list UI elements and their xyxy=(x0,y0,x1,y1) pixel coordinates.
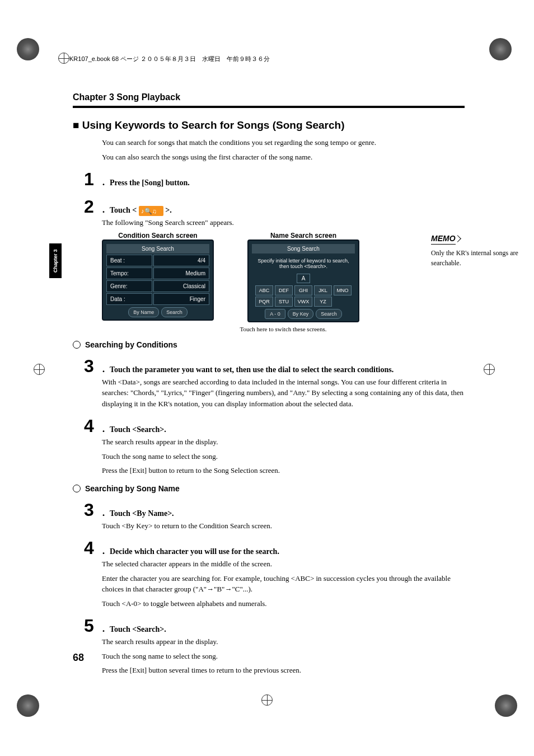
screen-button-bykey: By Key xyxy=(288,309,314,319)
crosshair-bottom-icon xyxy=(261,694,273,706)
step-number: 1 xyxy=(84,169,101,190)
screen-cell-value: Finger xyxy=(153,293,209,305)
body-paragraph: Touch the song name to select the song. xyxy=(102,651,465,662)
step-instruction: Decide which character you will use for … xyxy=(110,544,279,556)
step: 4. Touch <Search>. xyxy=(84,416,465,436)
screen-cell-label: Beat : xyxy=(106,255,152,266)
registration-mark-br xyxy=(495,694,517,717)
key-button: JKL xyxy=(314,285,332,295)
key-button: MNO xyxy=(334,285,352,295)
step: 4. Decide which character you will use f… xyxy=(84,538,465,558)
step-text-pre: Touch < xyxy=(110,206,139,214)
intro-text: You can also search the songs using the … xyxy=(102,152,465,163)
registration-mark-mr xyxy=(484,364,500,381)
step-number: 5 xyxy=(84,616,101,636)
subsection-heading: Searching by Conditions xyxy=(73,340,465,349)
memo-text: Only the KR's internal songs are searcha… xyxy=(431,248,521,268)
screen-button-search: Search xyxy=(316,309,342,319)
step-text-post: >. xyxy=(163,206,172,214)
chapter-tab: Chapter 3 xyxy=(49,243,62,278)
step-number: 3 xyxy=(84,500,101,520)
key-button: PQR xyxy=(255,297,273,307)
screen-label: Condition Search screen xyxy=(118,232,197,240)
condition-search-column: Condition Search screen Song Search Beat… xyxy=(102,232,214,322)
body-paragraph: Enter the character you are searching fo… xyxy=(102,573,465,595)
registration-mark-tl xyxy=(17,38,45,66)
step: 3. Touch the parameter you want to set, … xyxy=(84,356,465,377)
switch-note: Touch here to switch these screens. xyxy=(102,326,465,332)
step-number: 2 xyxy=(84,196,101,217)
screen-instruction: Specify initial letter of keyword to sea… xyxy=(251,255,356,273)
body-paragraph: Touch the song name to select the song. xyxy=(102,451,465,462)
circle-bullet-icon xyxy=(73,485,81,492)
screen-button-a0: A - 0 xyxy=(265,309,285,319)
registration-mark-bl xyxy=(17,694,39,717)
step-number: 4 xyxy=(84,538,101,558)
step-number: 3 xyxy=(84,356,101,377)
step-instruction: Touch < ♪🔍♫ >. xyxy=(110,203,172,216)
step: 1. Press the [Song] button. xyxy=(84,169,465,190)
body-paragraph: With <Data>, songs are searched accordin… xyxy=(102,377,465,410)
screen-current-letter: A xyxy=(297,274,311,283)
screen-cell-value: Medium xyxy=(153,267,209,279)
key-button: VWX xyxy=(294,297,312,307)
subsection-title: Searching by Song Name xyxy=(85,484,180,493)
body-paragraph: Press the [Exit] button to return to the… xyxy=(102,465,465,476)
key-button: GHI xyxy=(294,285,312,295)
crosshair-icon xyxy=(58,53,69,64)
step-instruction: Touch <By Name>. xyxy=(110,506,174,518)
body-paragraph: Press the [Exit] button several times to… xyxy=(102,665,465,676)
key-button: YZ xyxy=(314,297,332,307)
memo-box: MEMO Only the KR's internal songs are se… xyxy=(431,233,521,268)
step: 5. Touch <Search>. xyxy=(84,616,465,636)
body-paragraph: Touch <By Key> to return to the Conditio… xyxy=(102,520,465,532)
body-paragraph: Touch <A-0> to toggle between alphabets … xyxy=(102,598,465,609)
subsection-heading: Searching by Song Name xyxy=(73,484,465,493)
step: 2. Touch < ♪🔍♫ >. xyxy=(84,196,465,217)
registration-mark-tr xyxy=(489,38,517,66)
print-header: KR107_e.book 68 ページ ２００５年８月３日 水曜日 午前９時３６… xyxy=(69,55,270,63)
step-number: 4 xyxy=(84,416,101,436)
intro-text: You can search for songs that match the … xyxy=(102,137,465,148)
page-number: 68 xyxy=(73,652,84,664)
divider xyxy=(73,106,465,108)
circle-bullet-icon xyxy=(73,341,81,349)
screen-cell-label: Data : xyxy=(106,293,152,305)
step-subtext: The following "Song Search screen" appea… xyxy=(102,217,465,228)
step: 3. Touch <By Name>. xyxy=(84,500,465,520)
step-instruction: Touch the parameter you want to set, the… xyxy=(110,360,394,376)
memo-label: MEMO xyxy=(431,234,456,245)
section-heading: ■ Using Keywords to Search for Songs (So… xyxy=(73,119,465,132)
screen-cell-label: Tempo: xyxy=(106,267,152,279)
key-button: STU xyxy=(275,297,293,307)
screen-cell-label: Genre: xyxy=(106,280,152,292)
chapter-title: Chapter 3 Song Playback xyxy=(73,92,465,102)
screen-title: Song Search xyxy=(252,244,355,253)
key-button: DEF xyxy=(275,285,293,295)
name-search-screen: Song Search Specify initial letter of ke… xyxy=(247,240,359,322)
name-search-column: Name Search screen Song Search Specify i… xyxy=(247,232,359,322)
screen-button-search: Search xyxy=(161,307,188,317)
step-instruction: Touch <Search>. xyxy=(110,622,166,634)
body-paragraph: The search results appear in the display… xyxy=(102,636,465,647)
song-search-icon: ♪🔍♫ xyxy=(139,206,163,216)
step-instruction: Press the [Song] button. xyxy=(110,175,190,187)
screen-title: Song Search xyxy=(106,244,209,253)
screen-button-byname: By Name xyxy=(128,307,159,317)
screen-cell-value: Classical xyxy=(153,280,209,292)
registration-mark-ml xyxy=(34,364,50,381)
body-paragraph: The search results appear in the display… xyxy=(102,436,465,448)
screen-label: Name Search screen xyxy=(270,232,336,240)
screen-cell-value: 4/4 xyxy=(153,255,209,266)
step-instruction: Touch <Search>. xyxy=(110,422,166,434)
subsection-title: Searching by Conditions xyxy=(85,340,177,349)
svg-text:♪🔍♫: ♪🔍♫ xyxy=(141,207,157,215)
key-button: ABC xyxy=(255,285,273,295)
body-paragraph: The selected character appears in the mi… xyxy=(102,558,465,570)
condition-search-screen: Song Search Beat :4/4 Tempo:Medium Genre… xyxy=(102,240,214,321)
